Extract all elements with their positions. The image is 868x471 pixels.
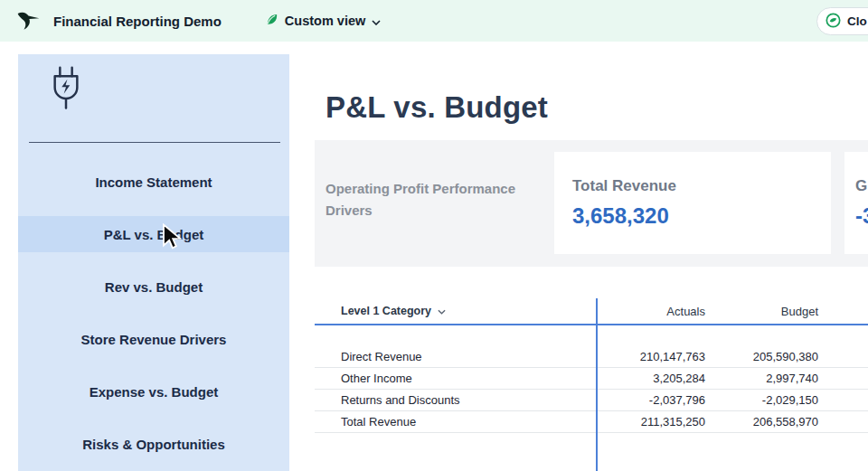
kpi-section-label: Operating Profit Performance Drivers [326,178,537,221]
row-category: Total Revenue [315,415,597,429]
row-budget: -2,029,150 [705,393,818,407]
sidebar: Income Statement P&L vs. Budget Rev vs. … [18,54,289,471]
sidebar-nav: Income Statement P&L vs. Budget Rev vs. … [18,164,289,471]
sidebar-item-label: Income Statement [95,174,212,190]
status-green-icon [826,13,841,31]
chevron-down-icon [372,14,381,28]
custom-view-button[interactable]: Custom view [259,12,386,30]
column-header-budget: Budget [705,305,818,318]
sidebar-item-label: P&L vs. Budget [104,227,204,242]
sidebar-item-label: Rev vs. Budget [105,279,203,295]
app-title: Financial Reporting Demo [53,14,222,29]
sidebar-item-store-revenue-drivers[interactable]: Store Revenue Drivers [18,321,289,357]
kpi-band: Operating Profit Performance Drivers Tot… [315,140,868,267]
table-accent-divider [596,298,598,471]
status-pill-label: Clo [847,14,867,28]
table-row: Other Income 3,205,284 2,997,740 [315,368,868,390]
sidebar-item-rev-vs-budget[interactable]: Rev vs. Budget [18,268,289,305]
sidebar-item-label: Risks & Opportunities [82,437,225,452]
kpi-card-partial: G -3 [844,152,868,254]
row-category: Other Income [315,372,597,385]
row-actuals: 211,315,250 [597,415,705,429]
sidebar-item-income-statement[interactable]: Income Statement [18,164,289,200]
table-header-row: Level 1 Category Actuals Budget [315,298,868,325]
column-header-actuals: Actuals [597,305,705,318]
plug-icon [47,65,85,120]
kpi-label: G [855,177,868,195]
kpi-value: -3 [855,203,868,229]
kpi-card-total-revenue: Total Revenue 3,658,320 [554,152,831,254]
sidebar-item-pl-vs-budget[interactable]: P&L vs. Budget [18,216,289,252]
app-header: Financial Reporting Demo Custom view Clo [0,0,868,42]
sidebar-divider [29,142,280,143]
category-header-label: Level 1 Category [341,305,431,317]
kpi-label: Total Revenue [572,177,813,195]
table-row: Returns and Discounts -2,037,796 -2,029,… [315,390,868,411]
chevron-down-icon [438,305,446,317]
row-actuals: 210,147,763 [597,350,705,363]
page-title: P&L vs. Budget [326,90,548,125]
leaf-icon [265,13,278,29]
kpi-value: 3,658,320 [572,203,813,229]
row-budget: 2,997,740 [705,372,818,385]
status-pill-button[interactable]: Clo [816,7,868,35]
category-table: Level 1 Category Actuals Budget Direct R… [315,298,868,471]
row-budget: 206,558,970 [705,415,818,429]
sidebar-item-expense-vs-budget[interactable]: Expense vs. Budget [18,373,289,410]
sidebar-item-label: Store Revenue Drivers [81,332,227,347]
table-row: Total Revenue 211,315,250 206,558,970 [315,411,868,433]
custom-view-label: Custom view [285,14,365,28]
hummingbird-logo-icon [16,9,41,33]
table-body: Direct Revenue 210,147,763 205,590,380 O… [315,346,868,433]
sidebar-item-label: Expense vs. Budget [90,384,219,400]
row-category: Returns and Discounts [315,393,597,407]
row-actuals: -2,037,796 [597,393,705,407]
sidebar-item-risks-opportunities[interactable]: Risks & Opportunities [18,426,289,462]
row-actuals: 3,205,284 [597,372,705,385]
column-header-level1-category[interactable]: Level 1 Category [315,305,597,317]
row-budget: 205,590,380 [705,350,818,363]
table-row: Direct Revenue 210,147,763 205,590,380 [315,346,868,368]
row-category: Direct Revenue [315,350,597,363]
